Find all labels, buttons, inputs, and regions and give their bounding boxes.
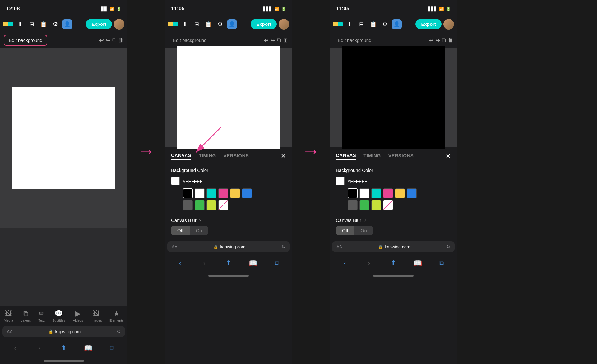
back-button-3[interactable]: ‹ bbox=[338, 256, 352, 270]
upload-icon-2[interactable]: ⬆ bbox=[180, 19, 190, 29]
notes-icon-3[interactable]: 📋 bbox=[368, 19, 378, 29]
redo-icon-1[interactable]: ↪ bbox=[106, 37, 110, 44]
back-button-1[interactable]: ‹ bbox=[8, 341, 22, 355]
delete-icon-2[interactable]: 🗑 bbox=[283, 37, 289, 44]
swatch-green-2[interactable] bbox=[195, 200, 205, 210]
swatch-white-3[interactable] bbox=[359, 188, 369, 198]
nav-subtitles[interactable]: 💬 Subtitles bbox=[52, 310, 65, 322]
notes-icon-2[interactable]: 📋 bbox=[203, 19, 213, 29]
redo-icon-2[interactable]: ↪ bbox=[271, 37, 275, 44]
canvas-3[interactable] bbox=[342, 46, 445, 149]
browser-bar-2[interactable]: AA 🔒 kapwing.com ↻ bbox=[167, 241, 290, 252]
swatch-green-3[interactable] bbox=[359, 200, 369, 210]
export-button-1[interactable]: Export bbox=[86, 19, 112, 29]
tabs-button-1[interactable]: ⧉ bbox=[105, 341, 119, 355]
swatch-black-3[interactable] bbox=[348, 188, 358, 198]
nav-layers[interactable]: ⧉ Layers bbox=[21, 310, 31, 322]
edit-background-button-2[interactable]: Edit background bbox=[169, 35, 211, 45]
browser-aa-2[interactable]: AA bbox=[172, 244, 178, 249]
panel-close-3[interactable]: ✕ bbox=[446, 152, 451, 160]
bookmarks-button-3[interactable]: 📖 bbox=[411, 256, 424, 270]
tab-timing-2[interactable]: TIMING bbox=[199, 153, 216, 159]
nav-elements[interactable]: ★ Elements bbox=[109, 310, 124, 322]
hex-value-2[interactable]: #FFFFFF bbox=[183, 178, 202, 184]
tab-timing-3[interactable]: TIMING bbox=[363, 153, 381, 159]
blur-on-2[interactable]: On bbox=[190, 226, 208, 235]
bookmarks-button-2[interactable]: 📖 bbox=[246, 256, 260, 270]
share-button-1[interactable]: ⬆ bbox=[57, 341, 71, 355]
user-icon[interactable]: 👤 bbox=[62, 19, 72, 29]
blur-on-3[interactable]: On bbox=[354, 226, 373, 235]
edit-background-button-3[interactable]: Edit background bbox=[333, 35, 376, 45]
notes-icon[interactable]: 📋 bbox=[39, 19, 49, 29]
delete-icon-1[interactable]: 🗑 bbox=[118, 37, 124, 44]
nav-media[interactable]: 🖼 Media bbox=[4, 310, 13, 322]
swatch-blue-3[interactable] bbox=[407, 188, 417, 198]
settings-icon-3[interactable]: ⚙ bbox=[380, 19, 390, 29]
tabs-button-2[interactable]: ⧉ bbox=[270, 256, 284, 270]
tab-versions-2[interactable]: VERSIONS bbox=[224, 153, 249, 159]
upload-icon[interactable]: ⬆ bbox=[15, 19, 25, 29]
swatch-yellow-2[interactable] bbox=[230, 188, 240, 198]
canvas-2[interactable] bbox=[177, 46, 280, 149]
export-button-2[interactable]: Export bbox=[251, 19, 277, 29]
share-button-3[interactable]: ⬆ bbox=[386, 256, 400, 270]
blur-off-3[interactable]: Off bbox=[336, 226, 354, 235]
undo-icon-3[interactable]: ↩ bbox=[429, 37, 433, 44]
bookmarks-button-1[interactable]: 📖 bbox=[81, 341, 95, 355]
swatch-white-2[interactable] bbox=[195, 188, 205, 198]
swatch-blue-2[interactable] bbox=[242, 188, 252, 198]
swatch-gray-2[interactable] bbox=[183, 200, 193, 210]
forward-button-2[interactable]: › bbox=[197, 256, 211, 270]
hex-value-3[interactable]: #FFFFFF bbox=[348, 178, 367, 184]
subtitles-icon-3[interactable]: ⊟ bbox=[356, 19, 366, 29]
user-icon-2[interactable]: 👤 bbox=[227, 19, 237, 29]
subtitles-icon[interactable]: ⊟ bbox=[27, 19, 37, 29]
redo-icon-3[interactable]: ↪ bbox=[435, 37, 440, 44]
settings-icon-2[interactable]: ⚙ bbox=[215, 19, 225, 29]
tab-versions-3[interactable]: VERSIONS bbox=[388, 153, 414, 159]
share-button-2[interactable]: ⬆ bbox=[222, 256, 235, 270]
nav-text[interactable]: ✏ Text bbox=[38, 310, 44, 322]
copy-icon-3[interactable]: ⧉ bbox=[442, 37, 446, 44]
color-preview-3[interactable] bbox=[336, 177, 345, 185]
swatch-cyan-3[interactable] bbox=[371, 188, 381, 198]
copy-icon-1[interactable]: ⧉ bbox=[112, 37, 116, 44]
swatch-none-2[interactable] bbox=[218, 200, 228, 210]
browser-bar-3[interactable]: AA 🔒 kapwing.com ↻ bbox=[332, 241, 455, 252]
user-icon-3[interactable]: 👤 bbox=[392, 19, 402, 29]
panel-close-2[interactable]: ✕ bbox=[281, 152, 286, 160]
swatch-cyan-2[interactable] bbox=[206, 188, 216, 198]
browser-aa-3[interactable]: AA bbox=[336, 244, 342, 249]
tab-canvas-3[interactable]: CANVAS bbox=[336, 153, 356, 160]
swatch-yellow-3[interactable] bbox=[395, 188, 405, 198]
swatch-black-2[interactable] bbox=[183, 188, 193, 198]
edit-background-button-1[interactable]: Edit background bbox=[4, 35, 47, 46]
undo-icon-2[interactable]: ↩ bbox=[264, 37, 269, 44]
settings-icon[interactable]: ⚙ bbox=[50, 19, 60, 29]
swatch-lime-2[interactable] bbox=[206, 200, 216, 210]
reload-icon-1[interactable]: ↻ bbox=[117, 329, 121, 334]
tabs-button-3[interactable]: ⧉ bbox=[435, 256, 449, 270]
swatch-pink-2[interactable] bbox=[218, 188, 228, 198]
export-button-3[interactable]: Export bbox=[415, 19, 442, 29]
subtitles-icon-2[interactable]: ⊟ bbox=[192, 19, 201, 29]
nav-images[interactable]: 🖼 Images bbox=[91, 310, 102, 322]
upload-icon-3[interactable]: ⬆ bbox=[345, 19, 354, 29]
browser-bar-1[interactable]: AA 🔒 kapwing.com ↻ bbox=[2, 326, 125, 337]
reload-icon-3[interactable]: ↻ bbox=[446, 244, 450, 250]
swatch-pink-3[interactable] bbox=[383, 188, 393, 198]
forward-button-3[interactable]: › bbox=[362, 256, 376, 270]
swatch-none-3[interactable] bbox=[383, 200, 393, 210]
color-preview-2[interactable] bbox=[171, 177, 180, 185]
copy-icon-2[interactable]: ⧉ bbox=[277, 37, 281, 44]
undo-icon-1[interactable]: ↩ bbox=[99, 37, 104, 44]
swatch-gray-3[interactable] bbox=[348, 200, 358, 210]
back-button-2[interactable]: ‹ bbox=[173, 256, 187, 270]
delete-icon-3[interactable]: 🗑 bbox=[448, 37, 453, 44]
nav-videos[interactable]: ▶ Videos bbox=[73, 310, 83, 322]
canvas-1[interactable] bbox=[12, 87, 115, 189]
swatch-lime-3[interactable] bbox=[371, 200, 381, 210]
reload-icon-2[interactable]: ↻ bbox=[281, 244, 285, 250]
forward-button-1[interactable]: › bbox=[33, 341, 46, 355]
